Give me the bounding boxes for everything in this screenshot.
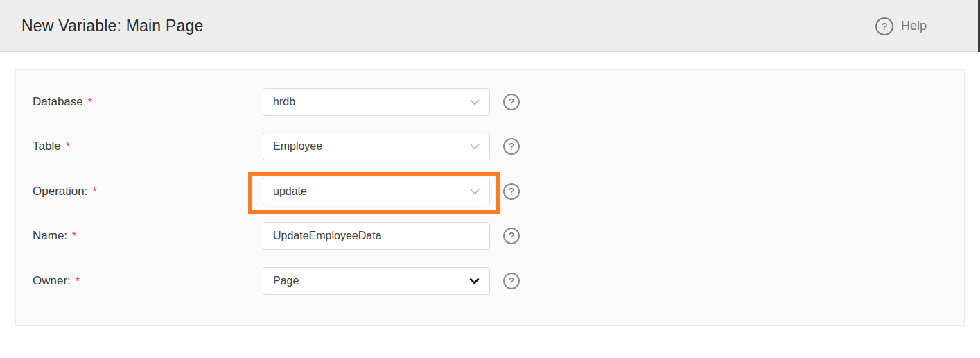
help-button[interactable]: ? Help <box>875 0 927 52</box>
table-label-text: Table <box>33 139 61 153</box>
chevron-down-icon <box>470 99 480 105</box>
database-dropdown[interactable]: hrdb <box>263 88 490 116</box>
name-input[interactable] <box>263 222 490 250</box>
chevron-down-icon <box>470 189 480 195</box>
database-label: Database * <box>33 88 92 116</box>
database-dropdown-value: hrdb <box>273 96 464 108</box>
help-label: Help <box>901 19 927 33</box>
name-label-text: Name: <box>33 229 67 243</box>
page-root: New Variable: Main Page ? Help Database … <box>0 0 980 358</box>
form-row-table: Table * Employee ? <box>16 133 964 160</box>
required-asterisk: * <box>72 230 76 243</box>
table-dropdown-value: Employee <box>273 140 464 153</box>
name-label: Name: * <box>33 222 76 250</box>
operation-label-text: Operation: <box>33 185 87 198</box>
form-row-operation: Operation: * update ? <box>16 178 964 205</box>
database-help-icon[interactable]: ? <box>503 94 520 110</box>
form-row-owner: Owner: * Page ? <box>16 267 964 295</box>
name-help-icon[interactable]: ? <box>503 228 520 244</box>
required-asterisk: * <box>66 141 70 153</box>
owner-label: Owner: * <box>33 267 80 295</box>
required-asterisk: * <box>88 96 92 109</box>
form-row-database: Database * hrdb ? <box>16 88 964 116</box>
operation-dropdown-value: update <box>273 185 464 198</box>
header-bar: New Variable: Main Page ? Help <box>0 0 980 52</box>
help-question-icon: ? <box>875 17 893 35</box>
operation-help-icon[interactable]: ? <box>503 183 520 200</box>
required-asterisk: * <box>92 186 96 198</box>
database-label-text: Database <box>33 95 83 109</box>
table-dropdown[interactable]: Employee <box>263 133 490 160</box>
form-panel: Database * hrdb ? Table * Employee ? <box>15 69 965 326</box>
owner-select-value: Page <box>273 275 464 287</box>
table-help-icon[interactable]: ? <box>503 138 520 155</box>
table-label: Table * <box>33 133 70 160</box>
owner-label-text: Owner: <box>33 274 71 288</box>
required-asterisk: * <box>76 275 80 288</box>
page-title: New Variable: Main Page <box>21 17 203 35</box>
operation-label: Operation: * <box>33 178 97 205</box>
form-row-name: Name: * ? <box>16 222 964 250</box>
chevron-down-bold-icon <box>469 278 480 284</box>
owner-help-icon[interactable]: ? <box>503 273 520 289</box>
owner-select[interactable]: Page <box>263 267 490 295</box>
operation-dropdown[interactable]: update <box>263 178 490 205</box>
chevron-down-icon <box>470 144 480 150</box>
